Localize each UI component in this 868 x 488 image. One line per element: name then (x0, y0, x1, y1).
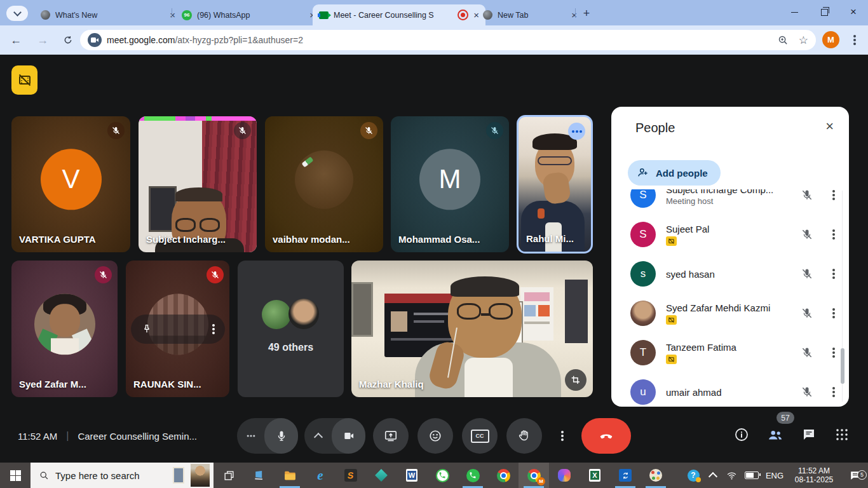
reactions-button[interactable] (417, 418, 453, 454)
scrollbar-thumb[interactable] (841, 348, 844, 384)
camera-toggle-button[interactable] (332, 418, 365, 454)
captions-button[interactable]: CC (462, 418, 498, 454)
taskbar-app-paint[interactable] (641, 463, 671, 488)
more-options-icon[interactable] (832, 233, 835, 236)
participant-row[interactable]: Syed Zafar Mehdi Kazmi (611, 294, 849, 333)
tab-meet-active[interactable]: Meet - Career Counselling S × (313, 4, 485, 25)
more-options-icon[interactable] (832, 391, 835, 393)
new-tab-button[interactable]: + (580, 6, 593, 20)
start-button[interactable] (0, 463, 31, 488)
video-tile-vaibhav[interactable]: vaibhav modan... (265, 116, 383, 252)
video-tile-subject-incharge[interactable]: Subject Incharg... (139, 116, 257, 252)
taskbar-app-whatsapp-outline[interactable] (427, 463, 458, 488)
participant-row[interactable]: T Tanzeem Fatima (611, 333, 849, 372)
forward-button[interactable]: → (33, 30, 52, 50)
tab-close-icon[interactable]: × (170, 10, 175, 20)
captions-icon: CC (471, 430, 489, 443)
camera-options-button[interactable] (304, 431, 332, 440)
video-tile-mazhar-speaking[interactable]: Mazhar Khaliq (351, 261, 593, 397)
end-call-button[interactable] (581, 418, 631, 454)
taskbar-app-explorer[interactable] (275, 463, 305, 488)
tab-search-button[interactable] (6, 6, 28, 21)
word-icon: W (406, 469, 417, 482)
participant-row[interactable]: s syed hasan (611, 254, 849, 294)
taskbar-app-copilot[interactable] (549, 463, 580, 488)
panel-close-button[interactable]: × (825, 118, 834, 135)
tray-clock[interactable]: 11:52 AM08-11-2025 (787, 466, 841, 484)
bookmark-star-icon[interactable]: ☆ (799, 34, 808, 47)
avatar-photo (288, 299, 319, 329)
more-options-icon[interactable] (832, 312, 835, 315)
taskbar-app-whatsapp[interactable] (458, 463, 488, 488)
wifi-icon (726, 470, 737, 481)
taskbar-app-filmora[interactable] (366, 463, 397, 488)
window-minimize-button[interactable] (780, 0, 809, 24)
tray-network-button[interactable] (722, 470, 741, 481)
ellipsis-icon (576, 130, 578, 133)
adjust-framing-button[interactable] (565, 369, 587, 391)
tab-new-tab[interactable]: New Tab × (477, 4, 583, 25)
participant-row[interactable]: u umair ahmad (611, 372, 849, 405)
tab-whatsapp[interactable]: 96 (96) WhatsApp × (175, 4, 322, 25)
present-screen-button[interactable] (373, 418, 409, 454)
mic-toggle-button[interactable] (264, 418, 298, 454)
bing-daily-portrait (191, 464, 210, 487)
tab-close-icon[interactable]: × (571, 10, 577, 20)
mic-muted-icon (801, 346, 813, 359)
task-view-button[interactable] (214, 463, 244, 488)
people-panel: People × Add people S Subject Incharge C… (611, 107, 849, 407)
browser-tab-strip: What's New × 96 (96) WhatsApp × Meet - C… (0, 0, 868, 25)
participant-row[interactable]: S Subject Incharge Comp... Meeting host (611, 189, 849, 215)
poster-block (524, 305, 536, 316)
participant-info: Sujeet Pal (666, 224, 790, 246)
taskbar-app-excel[interactable]: X (580, 463, 610, 488)
people-panel-button[interactable] (767, 427, 783, 446)
raise-hand-button[interactable] (506, 418, 542, 454)
activities-button[interactable] (834, 427, 850, 445)
tile-menu-icon[interactable] (212, 328, 215, 330)
participant-name: syed hasan (666, 269, 790, 280)
tray-show-hidden-button[interactable] (704, 471, 722, 480)
more-options-icon[interactable] (832, 273, 835, 275)
mic-muted-icon (801, 268, 813, 280)
profile-avatar[interactable]: M (822, 31, 839, 48)
tab-whats-new[interactable]: What's New × (34, 4, 182, 25)
taskbar-app-pc[interactable] (244, 463, 275, 488)
taskbar-app-chrome-profile[interactable]: M (519, 463, 549, 488)
back-button[interactable]: ← (6, 30, 25, 50)
site-camera-icon (88, 33, 102, 47)
mic-options-button[interactable] (237, 435, 264, 437)
tray-battery-button[interactable] (741, 471, 763, 479)
participant-row[interactable]: S Sujeet Pal (611, 215, 849, 254)
zoom-icon[interactable] (778, 35, 789, 46)
tray-language-button[interactable]: ENG (763, 471, 787, 480)
video-tile-rahul-self[interactable]: Rahul Mi... (517, 115, 593, 254)
more-options-button[interactable] (550, 418, 575, 454)
pin-icon[interactable] (141, 323, 153, 335)
reload-button[interactable] (58, 30, 78, 50)
more-options-icon[interactable] (832, 194, 835, 196)
chat-button[interactable] (801, 427, 817, 445)
meeting-details-button[interactable] (734, 427, 749, 445)
window-close-button[interactable]: × (839, 0, 868, 24)
taskbar-app-chrome[interactable] (488, 463, 519, 488)
video-tile-vartika[interactable]: V VARTIKA GUPTA (11, 116, 130, 252)
chrome-menu-button[interactable] (845, 30, 864, 50)
ellipsis-icon (250, 435, 252, 437)
taskbar-app-sync[interactable] (610, 463, 641, 488)
video-tile-raunak[interactable]: RAUNAK SIN... (126, 261, 229, 397)
tile-options-button[interactable] (568, 123, 585, 140)
tray-help-button[interactable]: ? (682, 470, 704, 482)
more-options-icon[interactable] (832, 351, 835, 354)
taskbar-app-s[interactable]: S (336, 463, 366, 488)
taskbar-search[interactable]: Type here to search (31, 463, 214, 488)
taskbar-app-ie[interactable]: e (305, 463, 336, 488)
window-restore-button[interactable] (810, 0, 839, 24)
address-bar[interactable]: meet.google.com/atx-hyzg-pzb?pli=1&authu… (80, 30, 816, 50)
taskbar-app-word[interactable]: W (397, 463, 427, 488)
video-tile-mohammad[interactable]: M Mohammad Osa... (391, 116, 509, 252)
video-tile-syed-zafar[interactable]: Syed Zafar M... (11, 261, 118, 397)
tile-49-others[interactable]: 49 others (238, 261, 344, 397)
action-center-button[interactable]: 5 (841, 470, 868, 482)
add-people-button[interactable]: Add people (628, 160, 721, 186)
